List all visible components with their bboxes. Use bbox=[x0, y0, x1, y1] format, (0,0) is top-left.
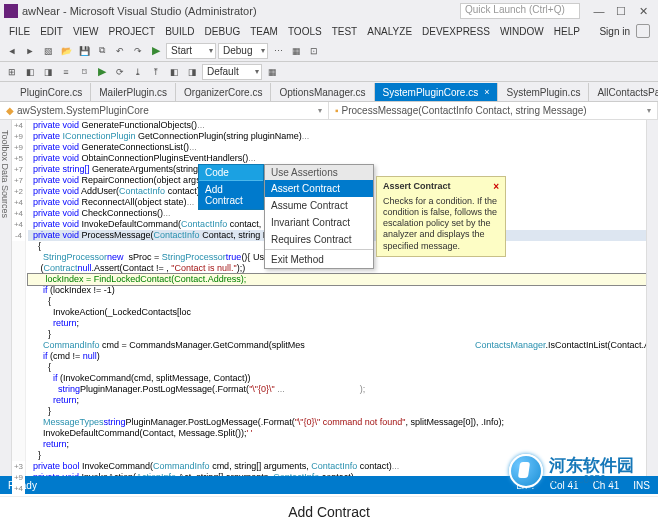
method-icon: ▪ bbox=[335, 105, 339, 116]
submenu-exit[interactable]: Exit Method bbox=[265, 251, 373, 268]
menu-build[interactable]: BUILD bbox=[160, 26, 199, 37]
watermark-text: 河东软件园 bbox=[549, 457, 634, 474]
nav-class[interactable]: ◆awSystem.SystemPluginCore bbox=[0, 102, 329, 119]
submenu-item-assume-contract[interactable]: Assume Contract bbox=[265, 197, 373, 214]
menu-debug[interactable]: DEBUG bbox=[200, 26, 246, 37]
menu-bar: FILE EDIT VIEW PROJECT BUILD DEBUG TEAM … bbox=[0, 22, 658, 40]
watermark-url: www.pc0359.cn bbox=[549, 474, 634, 485]
tb-x3[interactable]: ⊡ bbox=[306, 43, 322, 59]
tb2-6[interactable]: ⟳ bbox=[112, 64, 128, 80]
smarttag-add-contract[interactable]: Add Contract bbox=[199, 181, 263, 209]
new-icon[interactable]: ▧ bbox=[40, 43, 56, 59]
submenu-item-requires-contract[interactable]: Requires Contract bbox=[265, 231, 373, 248]
saveall-icon[interactable]: ⧉ bbox=[94, 43, 110, 59]
watermark-icon bbox=[509, 454, 543, 488]
submenu-header: Use Assertions bbox=[265, 165, 373, 180]
tb2-1[interactable]: ⊞ bbox=[4, 64, 20, 80]
tooltip-title: Assert Contract bbox=[383, 181, 451, 194]
tooltip: Assert Contract× Checks for a condition.… bbox=[376, 176, 506, 257]
tb2-2[interactable]: ◧ bbox=[22, 64, 38, 80]
document-tabs: PluginCore.csMailerPlugin.csOrganizerCor… bbox=[0, 82, 658, 102]
start-icon[interactable]: ▶ bbox=[148, 43, 164, 59]
smarttag-menu: Code Add Contract bbox=[198, 164, 264, 210]
tb2-5[interactable]: ⌑ bbox=[76, 64, 92, 80]
tb2-3[interactable]: ◨ bbox=[40, 64, 56, 80]
tooltip-close-icon[interactable]: × bbox=[493, 181, 499, 194]
watermark: 河东软件园 www.pc0359.cn bbox=[509, 454, 634, 488]
status-ins: INS bbox=[633, 480, 650, 491]
contract-submenu: Use Assertions Assert ContractAssume Con… bbox=[264, 164, 374, 269]
nav-bar: ◆awSystem.SystemPluginCore ▪ProcessMessa… bbox=[0, 102, 658, 120]
tab-systemplugincore-cs[interactable]: SystemPluginCore.cs× bbox=[375, 83, 499, 101]
vs-logo-icon bbox=[4, 4, 18, 18]
tb-x1[interactable]: ⋯ bbox=[270, 43, 286, 59]
class-icon: ◆ bbox=[6, 105, 14, 116]
tab-plugincore-cs[interactable]: PluginCore.cs bbox=[12, 83, 91, 101]
tab-optionsmanager-cs[interactable]: OptionsManager.cs bbox=[271, 83, 374, 101]
title-bar: awNear - Microsoft Visual Studio (Admini… bbox=[0, 0, 658, 22]
quick-launch-input[interactable]: Quick Launch (Ctrl+Q) bbox=[460, 3, 580, 19]
tab-allcontactspage-cs[interactable]: AllContactsPage.cs bbox=[589, 83, 658, 101]
menu-file[interactable]: FILE bbox=[4, 26, 35, 37]
outline-gutter[interactable]: +4+9+9+5+7+7+2+4+4+4-4+3+9+4+4+4+1+9 +4+… bbox=[12, 120, 26, 476]
menu-view[interactable]: VIEW bbox=[68, 26, 104, 37]
open-icon[interactable]: 📂 bbox=[58, 43, 74, 59]
save-icon[interactable]: 💾 bbox=[76, 43, 92, 59]
tb2-9[interactable]: ◧ bbox=[166, 64, 182, 80]
nav-member[interactable]: ▪ProcessMessage(ContactInfo Contact, str… bbox=[329, 102, 658, 119]
figure-caption: Add Contract bbox=[0, 496, 658, 526]
submenu-item-assert-contract[interactable]: Assert Contract bbox=[265, 180, 373, 197]
window-title: awNear - Microsoft Visual Studio (Admini… bbox=[22, 5, 460, 17]
tb2-11[interactable]: ▦ bbox=[264, 64, 280, 80]
tb2-8[interactable]: ⤒ bbox=[148, 64, 164, 80]
menu-analyze[interactable]: ANALYZE bbox=[362, 26, 417, 37]
maximize-button[interactable]: ☐ bbox=[610, 5, 632, 18]
minimize-button[interactable]: — bbox=[588, 5, 610, 17]
menu-team[interactable]: TEAM bbox=[245, 26, 283, 37]
menu-edit[interactable]: EDIT bbox=[35, 26, 68, 37]
menu-tools[interactable]: TOOLS bbox=[283, 26, 327, 37]
tb2-7[interactable]: ⤓ bbox=[130, 64, 146, 80]
main-toolbar: ◄ ► ▧ 📂 💾 ⧉ ↶ ↷ ▶ Start Debug ⋯ ▦ ⊡ bbox=[0, 40, 658, 62]
sub-toolbar: ⊞ ◧ ◨ ≡ ⌑ ▶ ⟳ ⤓ ⤒ ◧ ◨ Default ▦ bbox=[0, 62, 658, 82]
tb2-4[interactable]: ≡ bbox=[58, 64, 74, 80]
tb-x2[interactable]: ▦ bbox=[288, 43, 304, 59]
menu-separator bbox=[265, 249, 373, 250]
close-button[interactable]: ✕ bbox=[632, 5, 654, 18]
smarttag-header: Code bbox=[199, 165, 263, 181]
menu-project[interactable]: PROJECT bbox=[103, 26, 160, 37]
tb2-play[interactable]: ▶ bbox=[94, 64, 110, 80]
nav-back-icon[interactable]: ◄ bbox=[4, 43, 20, 59]
right-rail[interactable] bbox=[646, 120, 658, 476]
tooltip-body: Checks for a condition. If the condition… bbox=[383, 196, 499, 252]
undo-icon[interactable]: ↶ bbox=[112, 43, 128, 59]
nav-fwd-icon[interactable]: ► bbox=[22, 43, 38, 59]
tb2-10[interactable]: ◨ bbox=[184, 64, 200, 80]
submenu-item-invariant-contract[interactable]: Invariant Contract bbox=[265, 214, 373, 231]
tab-organizercore-cs[interactable]: OrganizerCore.cs bbox=[176, 83, 271, 101]
tab-close-icon[interactable]: × bbox=[484, 87, 489, 97]
redo-icon[interactable]: ↷ bbox=[130, 43, 146, 59]
menu-window[interactable]: WINDOW bbox=[495, 26, 549, 37]
menu-test[interactable]: TEST bbox=[327, 26, 363, 37]
menu-help[interactable]: HELP bbox=[549, 26, 585, 37]
sign-in-link[interactable]: Sign in bbox=[594, 26, 636, 37]
left-rail[interactable]: Toolbox Data Sources bbox=[0, 120, 12, 476]
platform-dropdown[interactable]: Default bbox=[202, 64, 262, 80]
tab-mailerplugin-cs[interactable]: MailerPlugin.cs bbox=[91, 83, 176, 101]
tab-systemplugin-cs[interactable]: SystemPlugin.cs bbox=[498, 83, 589, 101]
config-dropdown[interactable]: Debug bbox=[218, 43, 268, 59]
start-button[interactable]: Start bbox=[166, 43, 216, 59]
user-icon[interactable] bbox=[636, 24, 650, 38]
menu-devexpress[interactable]: DEVEXPRESS bbox=[417, 26, 495, 37]
